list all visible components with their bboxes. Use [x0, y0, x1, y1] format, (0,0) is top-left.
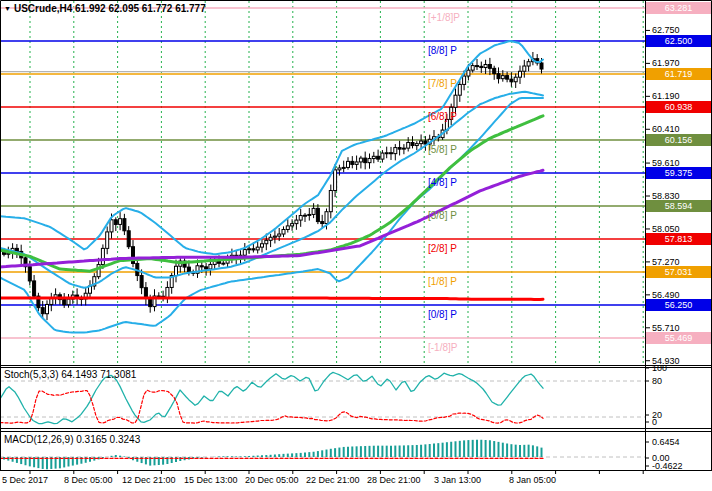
- candle-body: [67, 299, 70, 305]
- candle-body: [123, 219, 126, 231]
- candle-body: [304, 215, 307, 216]
- price-level-box: 63.281: [646, 2, 711, 14]
- price-tick-label: 60.410: [652, 124, 680, 134]
- candle-body: [175, 266, 178, 275]
- candle-body: [282, 229, 285, 234]
- bollinger-upper-band: [0, 41, 543, 254]
- candle-body: [510, 79, 513, 82]
- candle-body: [243, 250, 246, 256]
- murrey-lines-layer: [0, 8, 645, 338]
- candle-body: [497, 74, 500, 79]
- price-level-box: 58.594: [646, 200, 711, 212]
- candle-body: [467, 70, 470, 76]
- candle-body: [424, 141, 427, 144]
- stoch-k-line: [0, 372, 543, 423]
- candle-body: [110, 220, 113, 232]
- candle-body: [41, 308, 44, 314]
- candle-body: [519, 71, 522, 77]
- candle-body: [398, 148, 401, 150]
- candle-body: [480, 66, 483, 67]
- candles-layer: [3, 52, 544, 320]
- candle-body: [394, 148, 397, 154]
- candle-body: [33, 281, 36, 296]
- candle-body: [273, 236, 276, 237]
- stoch-scale-label: 0: [652, 417, 657, 427]
- candle-body: [63, 300, 66, 305]
- candle-body: [385, 153, 388, 154]
- candle-body: [476, 66, 479, 67]
- candle-body: [200, 266, 203, 267]
- candle-body: [368, 159, 371, 163]
- candle-body: [291, 224, 294, 226]
- candle-body: [484, 65, 487, 68]
- chart-canvas[interactable]: [+1/8]P[8/8] P[7/8] P[6/8] P[5/8] P[4/8]…: [0, 0, 712, 491]
- price-level-box: 60.938: [646, 101, 711, 113]
- candle-body: [248, 249, 251, 250]
- candle-body: [471, 66, 474, 71]
- candle-body: [140, 276, 143, 288]
- candle-body: [209, 264, 212, 269]
- stoch-scale-label: 80: [652, 376, 662, 386]
- candle-body: [338, 168, 341, 170]
- candle-body: [299, 216, 302, 221]
- candle-body: [265, 240, 268, 243]
- candle-body: [222, 263, 225, 264]
- candle-body: [377, 156, 380, 159]
- candle-body: [15, 248, 18, 251]
- candle-body: [351, 161, 354, 164]
- trading-chart-window: [+1/8]P[8/8] P[7/8] P[6/8] P[5/8] P[4/8]…: [0, 0, 712, 491]
- price-level-box: 56.250: [646, 299, 711, 311]
- candle-body: [381, 153, 384, 159]
- macd-scale-label: -0.4622: [652, 461, 683, 471]
- candle-body: [325, 212, 328, 224]
- candle-body: [364, 158, 367, 163]
- symbol-ohlc-text: USCrude,H4 61.992 62.095 61.772 61.777: [14, 3, 206, 14]
- candle-body: [256, 247, 259, 250]
- candle-body: [308, 214, 311, 215]
- candle-body: [187, 267, 190, 272]
- macd-indicator-label: MACD(12,26,9) 0.3165 0.3243: [4, 434, 140, 445]
- candle-body: [321, 222, 324, 224]
- candle-body: [420, 141, 423, 144]
- price-level-box: 57.031: [646, 266, 711, 278]
- candle-body: [127, 231, 130, 247]
- candle-body: [106, 232, 109, 248]
- time-axis-label: 8 Dec 05:00: [64, 475, 113, 485]
- candle-body: [28, 267, 31, 281]
- candle-body: [355, 162, 358, 164]
- chart-symbol-header: ▼USCrude,H4 61.992 62.095 61.772 61.777: [4, 3, 206, 14]
- price-level-box: 62.500: [646, 35, 711, 47]
- candle-body: [488, 65, 491, 69]
- candle-body: [454, 95, 457, 107]
- candle-body: [514, 77, 517, 82]
- price-tick-label: 61.190: [652, 91, 680, 101]
- time-axis-label: 5 Dec 2017: [2, 475, 48, 485]
- candle-body: [46, 304, 49, 313]
- price-tick-label: 62.750: [652, 25, 680, 35]
- candle-body: [316, 208, 319, 221]
- time-axis-label: 15 Dec 13:00: [184, 475, 238, 485]
- candle-body: [463, 76, 466, 84]
- price-level-box: 59.375: [646, 167, 711, 179]
- candle-body: [119, 219, 122, 225]
- candle-body: [286, 226, 289, 230]
- candle-body: [415, 144, 418, 146]
- candle-body: [493, 68, 496, 73]
- candle-body: [407, 143, 410, 149]
- stoch-scale-label: 100: [652, 363, 667, 373]
- price-level-box: 57.813: [646, 233, 711, 245]
- time-axis-label: 12 Dec 21:00: [122, 475, 176, 485]
- candle-body: [295, 220, 298, 224]
- candle-body: [269, 237, 272, 240]
- candle-body: [101, 248, 104, 264]
- time-axis-label: 28 Dec 21:00: [367, 475, 421, 485]
- candle-body: [149, 298, 152, 306]
- candle-body: [342, 167, 345, 168]
- murrey-label: [4/8] P: [428, 177, 457, 188]
- candle-body: [458, 84, 461, 95]
- ma-red-line: [0, 298, 543, 300]
- bollinger-middle-band: [0, 92, 543, 288]
- candle-body: [501, 76, 504, 79]
- murrey-label: [1/8] P: [428, 276, 457, 287]
- murrey-label: [0/8] P: [428, 309, 457, 320]
